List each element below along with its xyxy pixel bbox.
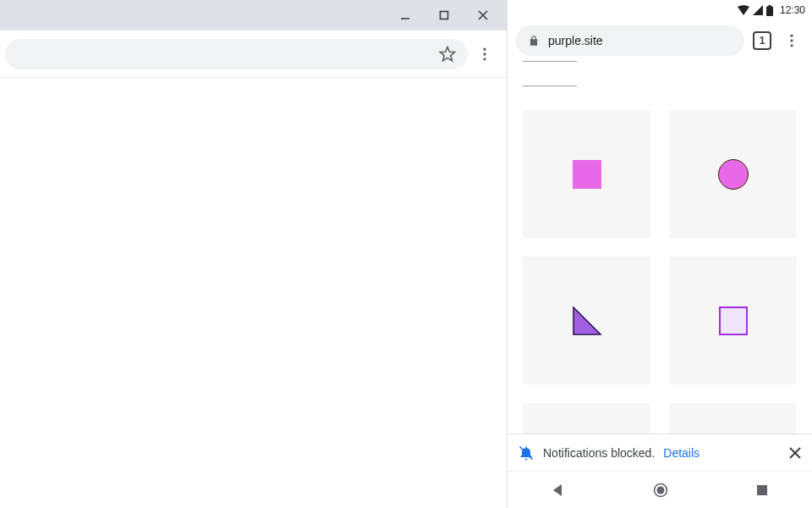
android-statusbar: 12:30 <box>508 0 812 20</box>
android-omnibox[interactable]: purple.site <box>516 25 744 56</box>
android-url-text: purple.site <box>548 34 603 47</box>
shape-tile-circle-filled[interactable] <box>669 110 797 238</box>
nav-back-button[interactable] <box>551 483 566 498</box>
battery-icon <box>766 5 773 16</box>
shape-grid <box>523 110 797 433</box>
svg-marker-13 <box>573 307 601 334</box>
android-toolbar: purple.site 1 <box>508 20 812 61</box>
svg-point-5 <box>483 47 486 50</box>
desktop-toolbar <box>0 30 507 78</box>
desktop-chrome-window <box>0 0 508 508</box>
shape-tile-circle-outline[interactable] <box>523 403 650 433</box>
android-chrome-window: 12:30 purple.site 1 <box>508 0 812 508</box>
window-close-button[interactable] <box>464 3 502 28</box>
infobar-text: Notifications blocked. <box>543 446 655 460</box>
cell-signal-icon <box>753 5 763 15</box>
shape-tile-triangle-filled[interactable] <box>669 403 797 433</box>
circle-filled-icon <box>718 159 749 190</box>
window-minimize-button[interactable] <box>387 3 424 28</box>
window-maximize-button[interactable] <box>425 3 463 28</box>
window-titlebar <box>0 0 507 30</box>
tab-count-text: 1 <box>760 35 765 47</box>
shape-tile-square-outline[interactable] <box>669 257 797 384</box>
wifi-icon <box>738 5 749 15</box>
desktop-omnibox[interactable] <box>5 39 468 69</box>
svg-rect-9 <box>768 5 771 7</box>
status-time: 12:30 <box>780 4 805 16</box>
square-outline-icon <box>719 306 748 335</box>
svg-rect-20 <box>757 485 767 495</box>
android-page-content <box>508 61 812 433</box>
svg-rect-8 <box>766 6 773 16</box>
android-menu-button[interactable] <box>780 24 804 58</box>
shape-tile-triangle-right[interactable] <box>523 257 650 384</box>
nav-home-button[interactable] <box>652 482 669 499</box>
svg-point-6 <box>483 52 486 55</box>
svg-point-12 <box>790 44 793 47</box>
divider <box>523 86 577 86</box>
desktop-menu-button[interactable] <box>468 37 502 71</box>
bell-off-icon <box>518 444 535 461</box>
square-filled-icon <box>573 160 601 189</box>
svg-marker-17 <box>553 484 562 496</box>
nav-recents-button[interactable] <box>755 483 769 497</box>
lock-icon <box>528 35 540 47</box>
svg-rect-1 <box>441 12 448 19</box>
infobar-close-button[interactable] <box>788 446 802 460</box>
android-navbar <box>508 471 812 508</box>
svg-point-11 <box>790 39 793 41</box>
star-icon[interactable] <box>436 37 459 71</box>
notification-infobar: Notifications blocked. Details <box>508 433 812 471</box>
svg-point-10 <box>790 35 793 37</box>
triangle-right-icon <box>570 304 604 338</box>
svg-point-7 <box>483 58 486 60</box>
tab-switcher-button[interactable]: 1 <box>753 31 771 50</box>
svg-point-19 <box>657 486 665 494</box>
infobar-details-link[interactable]: Details <box>663 446 700 460</box>
shape-tile-square-filled[interactable] <box>523 110 650 238</box>
desktop-page-content <box>0 78 507 508</box>
divider <box>523 61 577 62</box>
svg-marker-4 <box>440 47 454 60</box>
